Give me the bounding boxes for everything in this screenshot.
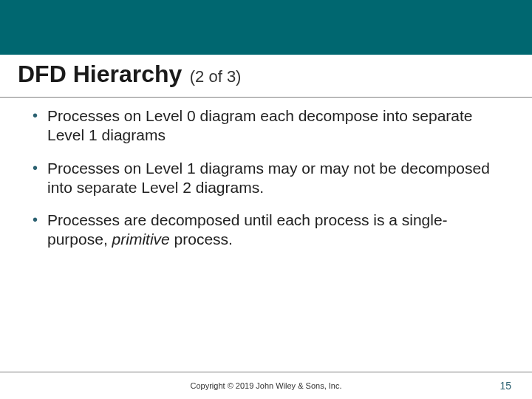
bullet-text: Processes are decomposed until each proc… bbox=[47, 211, 448, 248]
list-item: Processes are decomposed until each proc… bbox=[30, 211, 502, 250]
bullet-text-after: process. bbox=[170, 231, 233, 248]
title-row: DFD Hierarchy (2 of 3) bbox=[0, 55, 532, 97]
copyright-text: Copyright © 2019 John Wiley & Sons, Inc. bbox=[0, 381, 532, 390]
page-number: 15 bbox=[499, 380, 511, 392]
slide-title: DFD Hierarchy bbox=[18, 61, 182, 87]
bullet-italic: primitive bbox=[112, 231, 170, 248]
list-item: Processes on Level 1 diagrams may or may… bbox=[30, 159, 502, 198]
list-item: Processes on Level 0 diagram each decomp… bbox=[30, 106, 502, 146]
bullet-text: Processes on Level 0 diagram each decomp… bbox=[47, 107, 473, 143]
footer: Copyright © 2019 John Wiley & Sons, Inc.… bbox=[0, 372, 532, 399]
bullet-text: Processes on Level 1 diagrams may or may… bbox=[47, 160, 490, 196]
bullet-list: Processes on Level 0 diagram each decomp… bbox=[30, 106, 502, 250]
content-area: Processes on Level 0 diagram each decomp… bbox=[0, 98, 532, 250]
header-bar bbox=[0, 0, 532, 55]
slide-title-counter: (2 of 3) bbox=[190, 67, 242, 86]
